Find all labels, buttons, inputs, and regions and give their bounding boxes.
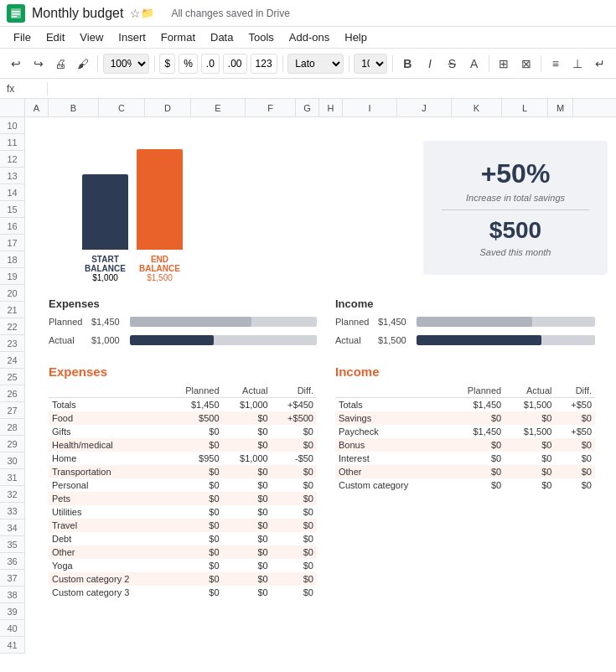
sep3 xyxy=(282,55,283,72)
formula-input[interactable] xyxy=(54,83,609,95)
sep6 xyxy=(489,55,489,72)
zoom-select[interactable]: 100% xyxy=(103,54,149,74)
exp-planned-2: $0 xyxy=(166,438,223,452)
expenses-row-3: Home$950$1,000-$50 xyxy=(49,452,317,465)
row-num-23: 23 xyxy=(0,335,24,352)
wrap-button[interactable]: ↵ xyxy=(590,52,608,75)
menu-file[interactable]: File xyxy=(7,29,38,45)
menu-addons[interactable]: Add-ons xyxy=(282,29,336,45)
menu-help[interactable]: Help xyxy=(338,29,374,45)
col-j[interactable]: J xyxy=(397,99,452,117)
percent-button[interactable]: % xyxy=(179,54,198,74)
sep4 xyxy=(349,55,349,72)
exp-planned-0: $500 xyxy=(166,411,223,425)
exp-planned-8: $0 xyxy=(166,519,223,532)
col-b[interactable]: B xyxy=(49,99,99,117)
expenses-row-5: Personal$0$0$0 xyxy=(49,478,317,492)
col-l[interactable]: L xyxy=(502,99,548,117)
exp-label-6: Pets xyxy=(49,492,166,505)
exp-diff-12: $0 xyxy=(272,572,317,586)
menu-insert[interactable]: Insert xyxy=(111,29,153,45)
inc-planned-5: $0 xyxy=(446,478,505,492)
expenses-planned-bar-bg xyxy=(130,317,317,327)
expenses-row-4: Transportation$0$0$0 xyxy=(49,465,317,478)
menu-tools[interactable]: Tools xyxy=(241,29,280,45)
exp-actual-3: $1,000 xyxy=(223,452,272,465)
expenses-row-10: Other$0$0$0 xyxy=(49,545,317,559)
inc-label-0: Savings xyxy=(335,411,446,425)
expenses-actual-value: $1,000 xyxy=(91,335,125,345)
menu-data[interactable]: Data xyxy=(204,29,240,45)
align-button[interactable]: ≡ xyxy=(546,52,565,75)
income-row-5: Custom category$0$0$0 xyxy=(335,478,595,492)
col-c[interactable]: C xyxy=(99,99,145,117)
exp-diff-8: $0 xyxy=(272,519,317,532)
more-formats-button[interactable]: 123 xyxy=(251,54,277,74)
row-num-13: 13 xyxy=(0,168,24,184)
income-planned-bar-fill xyxy=(417,317,532,327)
exp-diff-3: -$50 xyxy=(272,452,317,465)
income-row-1: Paycheck$1,450$1,500+$50 xyxy=(335,425,595,438)
italic-button[interactable]: I xyxy=(421,52,439,75)
menu-view[interactable]: View xyxy=(73,29,110,45)
undo-button[interactable]: ↩ xyxy=(7,52,25,75)
sep2 xyxy=(154,55,155,72)
menu-format[interactable]: Format xyxy=(154,29,202,45)
star-icon[interactable]: ☆ xyxy=(130,7,141,20)
col-f[interactable]: F xyxy=(246,99,296,117)
income-planned-row: Planned $1,450 xyxy=(335,313,595,330)
col-i[interactable]: I xyxy=(343,99,397,117)
expenses-col-actual: Actual xyxy=(223,384,272,398)
exp-diff-13: $0 xyxy=(272,586,317,599)
redo-button[interactable]: ↪ xyxy=(28,52,47,75)
expenses-planned-value: $1,450 xyxy=(91,317,125,327)
row-num-27: 27 xyxy=(0,402,24,419)
inc-decimals-button[interactable]: .00 xyxy=(223,54,247,74)
col-g[interactable]: G xyxy=(296,99,319,117)
borders-button[interactable]: ⊞ xyxy=(494,52,513,75)
income-actual-bar-bg xyxy=(417,335,595,345)
col-e[interactable]: E xyxy=(191,99,246,117)
exp-actual-4: $0 xyxy=(223,465,272,478)
expenses-row-7: Utilities$0$0$0 xyxy=(49,505,317,519)
col-h[interactable]: H xyxy=(319,99,343,117)
row-num-40: 40 xyxy=(0,620,24,637)
folder-icon[interactable]: 📁 xyxy=(141,7,154,19)
col-a[interactable]: A xyxy=(25,99,49,117)
merge-button[interactable]: ⊠ xyxy=(516,52,535,75)
stats-amount: $500 xyxy=(489,217,541,244)
font-size-select[interactable]: 10 xyxy=(354,54,387,74)
inc-totals-planned: $1,450 xyxy=(446,398,505,412)
strikethrough-button[interactable]: S xyxy=(443,52,461,75)
menu-edit[interactable]: Edit xyxy=(39,29,71,45)
income-planned-label: Planned xyxy=(335,317,373,327)
row-num-35: 35 xyxy=(0,536,24,553)
income-header-row: Planned Actual Diff. xyxy=(335,384,595,398)
font-select[interactable]: Lato xyxy=(287,54,343,74)
row-num-26: 26 xyxy=(0,385,24,402)
paint-format-button[interactable]: 🖌 xyxy=(73,52,91,75)
col-d[interactable]: D xyxy=(145,99,191,117)
print-button[interactable]: 🖨 xyxy=(51,52,70,75)
row-num-11: 11 xyxy=(0,134,24,151)
inc-label-5: Custom category xyxy=(335,478,446,492)
sep1 xyxy=(97,55,98,72)
exp-actual-11: $0 xyxy=(223,559,272,572)
dec-decimals-button[interactable]: .0 xyxy=(201,54,220,74)
exp-diff-5: $0 xyxy=(272,478,317,492)
bold-button[interactable]: B xyxy=(398,52,417,75)
inc-planned-4: $0 xyxy=(446,465,505,478)
inc-actual-5: $0 xyxy=(505,478,555,492)
start-bar-group xyxy=(82,174,128,250)
end-balance-title: END BALANCE xyxy=(137,255,183,273)
start-balance-bar xyxy=(82,174,128,250)
row-num-31: 31 xyxy=(0,469,24,486)
currency-button[interactable]: $ xyxy=(159,54,175,74)
text-color-button[interactable]: A xyxy=(465,52,484,75)
col-m[interactable]: M xyxy=(548,99,573,117)
exp-label-12: Custom category 2 xyxy=(49,572,166,586)
col-k[interactable]: K xyxy=(452,99,502,117)
cell-reference: fx xyxy=(7,83,40,95)
valign-button[interactable]: ⊥ xyxy=(568,52,587,75)
exp-label-1: Gifts xyxy=(49,425,166,438)
